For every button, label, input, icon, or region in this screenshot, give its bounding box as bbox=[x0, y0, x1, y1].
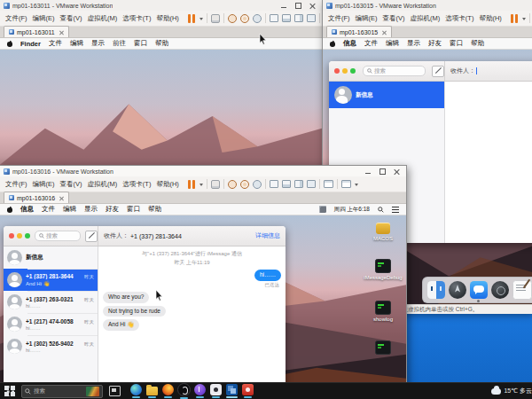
finder-icon[interactable] bbox=[427, 281, 445, 299]
mac-menu-app[interactable]: Finder bbox=[20, 40, 41, 48]
conversation-list-item-selected[interactable]: +1 (337) 281-3644昨天 And Hi 👋 bbox=[4, 269, 98, 291]
taskbar-search-box[interactable]: 搜索 bbox=[21, 385, 103, 398]
zoom-traffic-light[interactable] bbox=[25, 233, 30, 239]
task-view-icon[interactable] bbox=[109, 386, 121, 396]
menu-view[interactable]: 查看(V) bbox=[383, 14, 405, 23]
window-titlebar[interactable]: mp01-163015 - VMware Workstation bbox=[323, 0, 532, 11]
launchpad-icon[interactable] bbox=[449, 281, 466, 299]
conversation-search-field[interactable]: 搜索 bbox=[35, 231, 81, 241]
unity-mode-icon[interactable] bbox=[307, 180, 316, 188]
send-ctrl-alt-del-icon[interactable] bbox=[211, 180, 220, 189]
mac-menu-edit[interactable]: 编辑 bbox=[386, 39, 399, 48]
menu-view[interactable]: 查看(V) bbox=[60, 14, 82, 23]
start-button-icon[interactable] bbox=[4, 386, 15, 396]
mac-menu-window[interactable]: 窗口 bbox=[134, 39, 147, 48]
menu-help[interactable]: 帮助(H) bbox=[479, 14, 501, 23]
screen-capture-icon[interactable] bbox=[341, 180, 351, 188]
pause-dropdown-icon[interactable] bbox=[200, 184, 203, 188]
desktop-icon-macos[interactable]: MACOS bbox=[365, 223, 401, 241]
show-thumbnail-bar-icon[interactable] bbox=[282, 14, 291, 22]
close-icon[interactable] bbox=[394, 168, 400, 175]
maximize-icon[interactable] bbox=[379, 168, 386, 175]
mac-menu-help[interactable]: 帮助 bbox=[148, 205, 161, 214]
textedit-icon[interactable] bbox=[512, 280, 532, 300]
conversation-list-item[interactable]: +1 (337) 263-0321昨天 hi…… bbox=[4, 291, 98, 313]
desktop-icon-showlog[interactable]: showlog bbox=[365, 301, 401, 322]
close-traffic-light[interactable] bbox=[334, 68, 340, 74]
mac-menu-window[interactable]: 窗口 bbox=[127, 205, 140, 214]
taskbar-app-dark[interactable] bbox=[176, 383, 192, 399]
tab-close-icon[interactable] bbox=[59, 30, 64, 35]
menu-file[interactable]: 文件(F) bbox=[5, 14, 27, 23]
conversation-list-item[interactable]: 新信息 bbox=[4, 246, 98, 269]
mac-menu-buddies[interactable]: 好友 bbox=[106, 205, 119, 214]
pause-dropdown-icon[interactable] bbox=[200, 18, 203, 22]
mac-menu-app[interactable]: 信息 bbox=[20, 205, 34, 214]
mac-menu-help[interactable]: 帮助 bbox=[471, 39, 484, 48]
search-highlight-thumbnail[interactable] bbox=[86, 387, 99, 396]
mac-menu-edit[interactable]: 编辑 bbox=[63, 205, 76, 214]
desktop-icon-imessagedebug[interactable]: iMessageDebug bbox=[365, 259, 401, 280]
show-library-icon[interactable] bbox=[270, 180, 278, 188]
take-snapshot-icon[interactable] bbox=[240, 14, 249, 23]
conversation-list-item[interactable]: +1 (302) 526-9402昨天 hi…… bbox=[4, 335, 98, 357]
mac-menu-window[interactable]: 窗口 bbox=[450, 39, 463, 48]
console-view-icon[interactable] bbox=[324, 180, 333, 188]
taskbar-app-firefox[interactable] bbox=[160, 384, 176, 398]
system-preferences-icon[interactable] bbox=[491, 281, 509, 299]
minimize-traffic-light[interactable] bbox=[17, 233, 22, 239]
input-method-icon[interactable] bbox=[319, 206, 326, 213]
tab-close-icon[interactable] bbox=[382, 30, 387, 35]
compose-message-button[interactable] bbox=[85, 231, 98, 242]
taskbar-app-vmware[interactable] bbox=[223, 384, 239, 398]
message-transcript[interactable] bbox=[445, 82, 532, 243]
to-field-value[interactable]: +1 (337) 281-3644 bbox=[130, 233, 182, 239]
menu-vm[interactable]: 虚拟机(M) bbox=[88, 14, 118, 23]
snapshot-manager-icon[interactable] bbox=[253, 180, 262, 189]
vm-tab[interactable]: mp01-163016 bbox=[4, 192, 69, 203]
conversation-list-item[interactable]: +1 (217) 474-0058昨天 hi…… bbox=[4, 313, 98, 335]
conversation-list-item[interactable]: 新信息 bbox=[329, 82, 444, 108]
spotlight-icon[interactable] bbox=[378, 207, 384, 213]
apple-menu-icon[interactable] bbox=[330, 41, 335, 47]
snapshot-revert-icon[interactable] bbox=[228, 14, 237, 23]
pause-vm-icon[interactable] bbox=[188, 14, 196, 23]
capture-dropdown-icon[interactable] bbox=[355, 184, 358, 188]
desktop-icon-4[interactable] bbox=[365, 340, 401, 356]
tab-close-icon[interactable] bbox=[59, 196, 64, 200]
maximize-icon[interactable] bbox=[295, 3, 301, 9]
mac-menu-file[interactable]: 文件 bbox=[42, 205, 55, 214]
vm-tab[interactable]: mp01-163015 bbox=[326, 26, 392, 37]
mac-menu-view[interactable]: 显示 bbox=[91, 39, 105, 48]
messages-icon[interactable] bbox=[470, 281, 488, 299]
taskbar-app-explorer[interactable] bbox=[144, 385, 160, 398]
mac-menu-go[interactable]: 前往 bbox=[113, 39, 126, 48]
menu-tabs[interactable]: 选项卡(T) bbox=[122, 180, 151, 189]
details-link[interactable]: 详细信息 bbox=[255, 231, 280, 240]
menubar-clock[interactable]: 周四 上午6:18 bbox=[334, 206, 370, 214]
menu-vm[interactable]: 虚拟机(M) bbox=[88, 180, 118, 189]
mac-menu-view[interactable]: 显示 bbox=[84, 205, 98, 214]
taskbar-app-white[interactable] bbox=[207, 384, 223, 398]
mac-menu-file[interactable]: 文件 bbox=[364, 39, 378, 48]
menu-tabs[interactable]: 选项卡(T) bbox=[445, 14, 473, 23]
menu-vm[interactable]: 虚拟机(M) bbox=[411, 14, 441, 23]
menu-tabs[interactable]: 选项卡(T) bbox=[122, 14, 151, 23]
taskbar-weather[interactable]: 15℃ 多云 bbox=[491, 387, 532, 395]
pause-vm-icon[interactable] bbox=[188, 180, 196, 189]
menu-edit[interactable]: 编辑(E) bbox=[356, 14, 378, 23]
vm-screen[interactable]: MACOS iMessageDebug showlog bbox=[0, 215, 406, 399]
show-library-icon[interactable] bbox=[270, 14, 278, 22]
message-transcript[interactable]: 与"+1 (337) 281-3644"进行 iMessage 通信 昨天 上午… bbox=[98, 246, 286, 399]
pause-dropdown-icon[interactable] bbox=[522, 18, 526, 22]
window-titlebar[interactable]: mp01-163016 - VMware Workstation bbox=[0, 166, 406, 176]
snapshot-revert-icon[interactable] bbox=[228, 180, 237, 189]
show-thumbnail-bar-icon[interactable] bbox=[282, 180, 291, 188]
take-snapshot-icon[interactable] bbox=[240, 180, 249, 189]
fullscreen-icon[interactable] bbox=[294, 180, 303, 188]
menu-edit[interactable]: 编辑(E) bbox=[33, 14, 55, 23]
mac-menu-buddies[interactable]: 好友 bbox=[428, 39, 442, 48]
apple-menu-icon[interactable] bbox=[7, 41, 12, 47]
apple-menu-icon[interactable] bbox=[7, 207, 12, 213]
taskbar-app-edge[interactable] bbox=[128, 384, 144, 398]
